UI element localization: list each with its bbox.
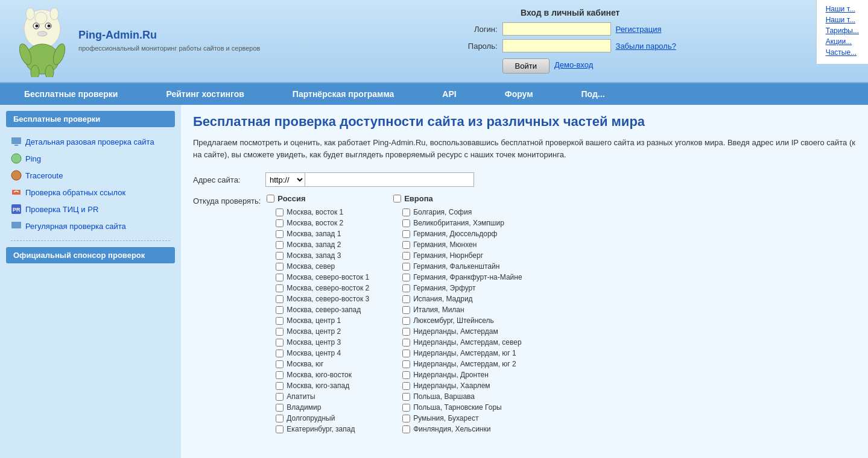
top-link-1[interactable]: Наши т... — [826, 5, 859, 13]
password-row: Пароль: Забыли пароль? — [464, 39, 676, 52]
logo-text: Ping-Admin.Ru профессиональный мониторин… — [78, 29, 260, 53]
checkbox-es-madrid[interactable] — [402, 295, 410, 303]
checkbox-it-milan[interactable] — [402, 306, 410, 314]
europe-city-18: Польша, Тарновские Горы — [393, 403, 522, 412]
russia-city-18: Владимир — [267, 403, 369, 412]
ping-link[interactable]: Ping — [25, 154, 41, 163]
checkbox-moskva-zapad-1[interactable] — [276, 230, 284, 238]
checkbox-ekb-zapad[interactable] — [276, 425, 284, 433]
svg-point-17 — [11, 171, 21, 180]
checkbox-moskva-sv-2[interactable] — [276, 284, 284, 292]
checkbox-lu-steinsell[interactable] — [402, 317, 410, 325]
nav-hosting-rating[interactable]: Рейтинг хостингов — [142, 83, 268, 105]
forgot-link[interactable]: Забыли пароль? — [616, 42, 676, 51]
nav-partner-program[interactable]: Партнёрская программа — [268, 83, 419, 105]
russia-column: Россия Москва, восток 1 Москва, восток 2… — [267, 194, 369, 434]
regions-wrap: Россия Москва, восток 1 Москва, восток 2… — [267, 194, 522, 434]
checkbox-moskva-c-2[interactable] — [276, 328, 284, 336]
login-row: Логин: Регистрация — [464, 22, 676, 36]
header: Ping-Admin.Ru профессиональный мониторин… — [0, 0, 868, 83]
checkbox-nl-amsterdam[interactable] — [402, 328, 410, 336]
nav-forum[interactable]: Форум — [481, 83, 557, 105]
europe-label: Европа — [404, 194, 433, 203]
nav-free-checks[interactable]: Бесплатные проверки — [0, 83, 142, 105]
russia-city-9: Москва, северо-запад — [267, 305, 369, 315]
regular-check-link[interactable]: Регулярная проверка сайта — [25, 222, 126, 231]
russia-city-20: Екатеринбург, запад — [267, 424, 369, 434]
checkbox-de-dusseldorf[interactable] — [402, 230, 410, 238]
checkbox-pl-warsaw[interactable] — [402, 393, 410, 401]
tic-pr-link[interactable]: Проверка ТИЦ и PR — [25, 205, 98, 214]
login-button[interactable]: Войти — [502, 58, 550, 74]
backlinks-link[interactable]: Проверка обратных ссылок — [25, 188, 125, 197]
demo-link[interactable]: Демо-вход — [554, 60, 593, 69]
main-layout: Бесплатные проверки Детальная разовая пр… — [0, 105, 868, 458]
checkbox-moskva-vostok-1[interactable] — [276, 209, 284, 216]
russia-city-14: Москва, юг — [267, 359, 369, 369]
login-action-row: Войти Демо-вход — [464, 56, 676, 74]
top-link-3[interactable]: Тарифы... — [826, 27, 859, 35]
nav-more[interactable]: Под... — [557, 83, 629, 105]
password-input[interactable] — [502, 39, 611, 52]
protocol-select[interactable]: http:// https:// ftp:// — [265, 172, 305, 187]
svg-text:PR: PR — [13, 207, 21, 213]
register-link[interactable]: Регистрация — [616, 25, 662, 34]
top-link-4[interactable]: Акции... — [826, 37, 859, 46]
checkbox-bulgaria-sofia[interactable] — [402, 209, 410, 216]
monitor-icon — [11, 136, 22, 147]
checkbox-moskva-zapad-3[interactable] — [276, 252, 284, 260]
checkbox-vladimir[interactable] — [276, 404, 284, 412]
nav-api[interactable]: API — [418, 83, 480, 105]
checkbox-de-munich[interactable] — [402, 241, 410, 249]
europe-city-1: Великобритания, Хэмпшир — [393, 218, 522, 228]
checkbox-moskva-sever[interactable] — [276, 263, 284, 271]
url-input[interactable] — [305, 172, 474, 187]
checkbox-moskva-vostok-2[interactable] — [276, 219, 284, 227]
site-subtitle: профессиональный мониторинг работы сайто… — [78, 44, 260, 53]
checkbox-nl-amsterdam-s1[interactable] — [402, 350, 410, 357]
checkbox-pl-tarnowskie-gory[interactable] — [402, 404, 410, 412]
svg-rect-18 — [12, 190, 21, 195]
checkbox-de-frankfurt[interactable] — [402, 274, 410, 281]
europe-city-0: Болгария, София — [393, 207, 522, 217]
checkbox-de-nuremberg[interactable] — [402, 252, 410, 260]
checkbox-apatity[interactable] — [276, 393, 284, 401]
checkbox-de-erfurt[interactable] — [402, 284, 410, 292]
backlinks-icon — [11, 187, 22, 198]
checkbox-moskva-sz[interactable] — [276, 306, 284, 314]
checkbox-moskva-sv-1[interactable] — [276, 274, 284, 281]
checkbox-moskva-c-4[interactable] — [276, 350, 284, 357]
detail-check-link[interactable]: Детальная разовая проверка сайта — [25, 137, 154, 146]
checkbox-nl-amsterdam-north[interactable] — [402, 339, 410, 347]
russia-city-19: Долгопрудный — [267, 413, 369, 423]
checkbox-moskva-zapad-2[interactable] — [276, 241, 284, 249]
checkbox-ro-bucharest[interactable] — [402, 415, 410, 422]
checkbox-nl-haarlem[interactable] — [402, 382, 410, 390]
top-link-5[interactable]: Частые... — [826, 48, 859, 57]
checkbox-fi-helsinki[interactable] — [402, 425, 410, 433]
checkbox-moskva-sv-3[interactable] — [276, 295, 284, 303]
checkbox-moskva-yz[interactable] — [276, 382, 284, 390]
traceroute-link[interactable]: Traceroute — [25, 171, 63, 180]
login-label: Логин: — [464, 25, 498, 34]
login-input[interactable] — [502, 22, 611, 36]
sidebar-title: Бесплатные проверки — [6, 111, 175, 127]
russia-city-4: Москва, запад 3 — [267, 251, 369, 260]
checkbox-moskva-c-3[interactable] — [276, 339, 284, 347]
ping-icon — [11, 153, 22, 164]
checkbox-moskva-yv[interactable] — [276, 371, 284, 379]
europe-checkbox[interactable] — [393, 195, 401, 202]
russia-city-15: Москва, юго-восток — [267, 370, 369, 380]
checkbox-nl-amsterdam-s2[interactable] — [402, 360, 410, 368]
checkbox-moskva-yug[interactable] — [276, 360, 284, 368]
checkbox-moskva-c-1[interactable] — [276, 317, 284, 325]
checkbox-uk-hampshire[interactable] — [402, 219, 410, 227]
checkbox-dolgoprudny[interactable] — [276, 415, 284, 422]
svg-rect-21 — [11, 222, 21, 228]
europe-city-3: Германия, Мюнхен — [393, 240, 522, 249]
russia-checkbox[interactable] — [267, 195, 274, 202]
checkbox-de-falkenstein[interactable] — [402, 263, 410, 271]
top-link-2[interactable]: Наши т... — [826, 16, 859, 24]
checkbox-nl-dronten[interactable] — [402, 371, 410, 379]
svg-rect-14 — [11, 137, 21, 144]
